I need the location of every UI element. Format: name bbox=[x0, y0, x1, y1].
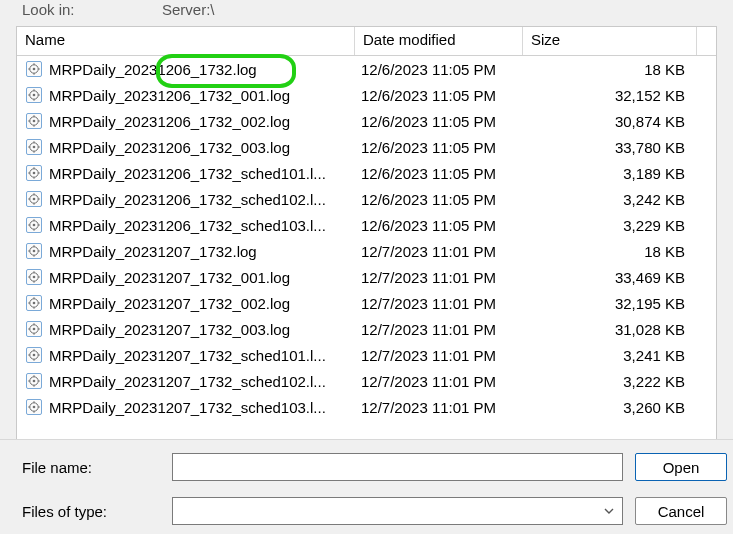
file-name: MRPDaily_20231207_1732_002.log bbox=[49, 295, 349, 312]
file-date: 12/6/2023 11:05 PM bbox=[355, 165, 523, 182]
file-name-cell[interactable]: MRPDaily_20231207_1732_sched102.l... bbox=[17, 372, 355, 390]
file-name: MRPDaily_20231206_1732_001.log bbox=[49, 87, 349, 104]
file-row[interactable]: MRPDaily_20231207_1732_sched101.l...12/7… bbox=[17, 342, 716, 368]
file-row[interactable]: MRPDaily_20231207_1732_001.log12/7/2023 … bbox=[17, 264, 716, 290]
file-name: MRPDaily_20231207_1732_003.log bbox=[49, 321, 349, 338]
log-file-icon bbox=[25, 398, 43, 416]
log-file-icon bbox=[25, 164, 43, 182]
svg-point-9 bbox=[33, 94, 36, 97]
file-list-body[interactable]: MRPDaily_20231206_1732.log12/6/2023 11:0… bbox=[17, 56, 716, 452]
file-list-header: Name Date modified Size bbox=[17, 27, 716, 56]
header-date[interactable]: Date modified bbox=[355, 27, 523, 55]
file-date: 12/7/2023 11:01 PM bbox=[355, 347, 523, 364]
log-file-icon bbox=[25, 242, 43, 260]
header-extra bbox=[697, 27, 716, 55]
file-date: 12/6/2023 11:05 PM bbox=[355, 139, 523, 156]
file-row[interactable]: MRPDaily_20231207_1732.log12/7/2023 11:0… bbox=[17, 238, 716, 264]
svg-point-16 bbox=[33, 120, 36, 123]
filename-label: File name: bbox=[6, 459, 172, 476]
log-file-icon bbox=[25, 190, 43, 208]
svg-point-37 bbox=[33, 198, 36, 201]
log-file-icon bbox=[25, 112, 43, 130]
file-row[interactable]: MRPDaily_20231206_1732_sched102.l...12/6… bbox=[17, 186, 716, 212]
file-size: 18 KB bbox=[523, 61, 697, 78]
file-row[interactable]: MRPDaily_20231206_1732.log12/6/2023 11:0… bbox=[17, 56, 716, 82]
file-size: 30,874 KB bbox=[523, 113, 697, 130]
file-date: 12/7/2023 11:01 PM bbox=[355, 373, 523, 390]
file-row[interactable]: MRPDaily_20231207_1732_sched102.l...12/7… bbox=[17, 368, 716, 394]
file-name-cell[interactable]: MRPDaily_20231207_1732_sched103.l... bbox=[17, 398, 355, 416]
file-date: 12/6/2023 11:05 PM bbox=[355, 61, 523, 78]
log-file-icon bbox=[25, 138, 43, 156]
file-name-cell[interactable]: MRPDaily_20231207_1732_sched101.l... bbox=[17, 346, 355, 364]
file-name: MRPDaily_20231206_1732_003.log bbox=[49, 139, 349, 156]
svg-point-86 bbox=[33, 380, 36, 383]
open-button[interactable]: Open bbox=[635, 453, 727, 481]
file-size: 3,189 KB bbox=[523, 165, 697, 182]
file-name-cell[interactable]: MRPDaily_20231206_1732_sched101.l... bbox=[17, 164, 355, 182]
svg-point-58 bbox=[33, 276, 36, 279]
file-list: Name Date modified Size MRPDaily_2023120… bbox=[16, 26, 717, 454]
svg-point-65 bbox=[33, 302, 36, 305]
log-file-icon bbox=[25, 60, 43, 78]
file-size: 18 KB bbox=[523, 243, 697, 260]
file-size: 33,469 KB bbox=[523, 269, 697, 286]
file-size: 3,229 KB bbox=[523, 217, 697, 234]
file-date: 12/7/2023 11:01 PM bbox=[355, 243, 523, 260]
file-size: 32,195 KB bbox=[523, 295, 697, 312]
file-name-cell[interactable]: MRPDaily_20231207_1732.log bbox=[17, 242, 355, 260]
filename-input[interactable] bbox=[172, 453, 623, 481]
file-date: 12/7/2023 11:01 PM bbox=[355, 321, 523, 338]
file-name-cell[interactable]: MRPDaily_20231206_1732.log bbox=[17, 60, 355, 78]
svg-point-44 bbox=[33, 224, 36, 227]
header-size[interactable]: Size bbox=[523, 27, 697, 55]
file-size: 33,780 KB bbox=[523, 139, 697, 156]
file-row[interactable]: MRPDaily_20231206_1732_002.log12/6/2023 … bbox=[17, 108, 716, 134]
file-row[interactable]: MRPDaily_20231206_1732_003.log12/6/2023 … bbox=[17, 134, 716, 160]
file-row[interactable]: MRPDaily_20231206_1732_001.log12/6/2023 … bbox=[17, 82, 716, 108]
filetype-combo[interactable] bbox=[172, 497, 623, 525]
file-name-cell[interactable]: MRPDaily_20231206_1732_sched103.l... bbox=[17, 216, 355, 234]
log-file-icon bbox=[25, 268, 43, 286]
svg-point-51 bbox=[33, 250, 36, 253]
file-date: 12/6/2023 11:05 PM bbox=[355, 217, 523, 234]
file-row[interactable]: MRPDaily_20231207_1732_002.log12/7/2023 … bbox=[17, 290, 716, 316]
file-row[interactable]: MRPDaily_20231206_1732_sched103.l...12/6… bbox=[17, 212, 716, 238]
file-size: 31,028 KB bbox=[523, 321, 697, 338]
filetype-label: Files of type: bbox=[6, 503, 172, 520]
file-row[interactable]: MRPDaily_20231206_1732_sched101.l...12/6… bbox=[17, 160, 716, 186]
look-in-value: Server:\ bbox=[162, 1, 215, 18]
log-file-icon bbox=[25, 346, 43, 364]
file-name: MRPDaily_20231207_1732_001.log bbox=[49, 269, 349, 286]
file-name: MRPDaily_20231206_1732_sched102.l... bbox=[49, 191, 349, 208]
file-row[interactable]: MRPDaily_20231207_1732_003.log12/7/2023 … bbox=[17, 316, 716, 342]
log-file-icon bbox=[25, 294, 43, 312]
header-name[interactable]: Name bbox=[17, 27, 355, 55]
log-file-icon bbox=[25, 216, 43, 234]
file-name-cell[interactable]: MRPDaily_20231206_1732_002.log bbox=[17, 112, 355, 130]
file-name: MRPDaily_20231207_1732_sched102.l... bbox=[49, 373, 349, 390]
log-file-icon bbox=[25, 86, 43, 104]
file-size: 3,260 KB bbox=[523, 399, 697, 416]
file-name-cell[interactable]: MRPDaily_20231206_1732_001.log bbox=[17, 86, 355, 104]
file-size: 3,242 KB bbox=[523, 191, 697, 208]
file-name-cell[interactable]: MRPDaily_20231207_1732_002.log bbox=[17, 294, 355, 312]
file-size: 3,222 KB bbox=[523, 373, 697, 390]
svg-point-30 bbox=[33, 172, 36, 175]
svg-point-2 bbox=[33, 68, 36, 71]
chevron-down-icon bbox=[600, 500, 618, 522]
log-file-icon bbox=[25, 372, 43, 390]
file-name-cell[interactable]: MRPDaily_20231207_1732_003.log bbox=[17, 320, 355, 338]
file-name: MRPDaily_20231206_1732_002.log bbox=[49, 113, 349, 130]
dialog-bottom-bar: File name: Open Files of type: Cancel bbox=[0, 439, 733, 534]
file-name-cell[interactable]: MRPDaily_20231206_1732_sched102.l... bbox=[17, 190, 355, 208]
file-date: 12/7/2023 11:01 PM bbox=[355, 399, 523, 416]
file-date: 12/6/2023 11:05 PM bbox=[355, 113, 523, 130]
file-size: 3,241 KB bbox=[523, 347, 697, 364]
file-row[interactable]: MRPDaily_20231207_1732_sched103.l...12/7… bbox=[17, 394, 716, 420]
file-name-cell[interactable]: MRPDaily_20231206_1732_003.log bbox=[17, 138, 355, 156]
file-name-cell[interactable]: MRPDaily_20231207_1732_001.log bbox=[17, 268, 355, 286]
file-open-dialog: Look in: Server:\ Name Date modified Siz… bbox=[0, 0, 733, 534]
file-name: MRPDaily_20231207_1732_sched101.l... bbox=[49, 347, 349, 364]
cancel-button[interactable]: Cancel bbox=[635, 497, 727, 525]
